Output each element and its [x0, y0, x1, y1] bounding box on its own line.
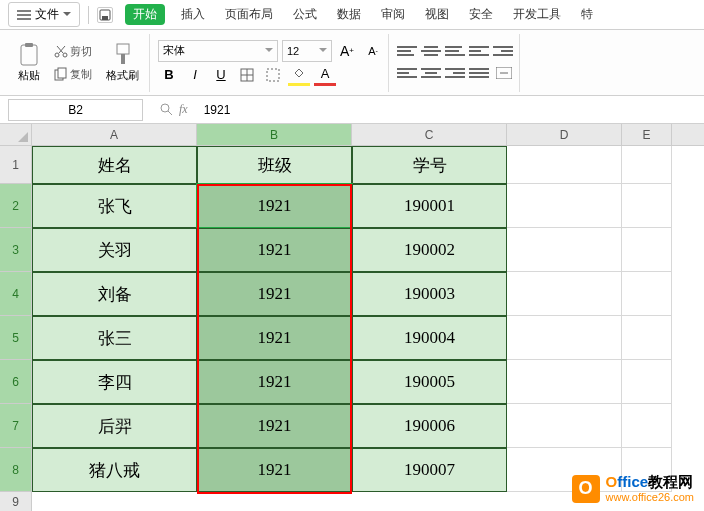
formula-value: 1921 — [204, 103, 231, 117]
cell-d2[interactable] — [507, 184, 622, 228]
col-header-d[interactable]: D — [507, 124, 622, 145]
copy-button[interactable]: 复制 — [50, 65, 96, 84]
search-icon[interactable] — [159, 102, 173, 117]
cell-b4[interactable]: 1921 — [197, 272, 352, 316]
cell-a5[interactable]: 张三 — [32, 316, 197, 360]
merge-button[interactable] — [493, 62, 515, 84]
col-header-e[interactable]: E — [622, 124, 672, 145]
decrease-font-button[interactable]: A- — [362, 40, 384, 62]
select-all-corner[interactable] — [0, 124, 32, 146]
row-header-9[interactable]: 9 — [0, 492, 32, 511]
align-top-button[interactable] — [397, 42, 417, 60]
row-header-6[interactable]: 6 — [0, 360, 32, 404]
font-name-select[interactable]: 宋体 — [158, 40, 278, 62]
increase-font-button[interactable]: A+ — [336, 40, 358, 62]
row-header-7[interactable]: 7 — [0, 404, 32, 448]
fx-label[interactable]: fx — [179, 102, 188, 117]
row-header-2[interactable]: 2 — [0, 184, 32, 228]
align-left-button[interactable] — [397, 64, 417, 82]
cell-e1[interactable] — [622, 146, 672, 184]
tab-devtools[interactable]: 开发工具 — [509, 4, 565, 25]
align-middle-button[interactable] — [421, 42, 441, 60]
cell-c6[interactable]: 190005 — [352, 360, 507, 404]
cell-e4[interactable] — [622, 272, 672, 316]
row-header-4[interactable]: 4 — [0, 272, 32, 316]
col-header-c[interactable]: C — [352, 124, 507, 145]
border-button[interactable] — [236, 64, 258, 86]
cell-e2[interactable] — [622, 184, 672, 228]
cell-e3[interactable] — [622, 228, 672, 272]
cell-c7[interactable]: 190006 — [352, 404, 507, 448]
tab-view[interactable]: 视图 — [421, 4, 453, 25]
cell-b6[interactable]: 1921 — [197, 360, 352, 404]
cell-b7[interactable]: 1921 — [197, 404, 352, 448]
row-header-1[interactable]: 1 — [0, 146, 32, 184]
cell-c1[interactable]: 学号 — [352, 146, 507, 184]
cell-a1[interactable]: 姓名 — [32, 146, 197, 184]
tab-review[interactable]: 审阅 — [377, 4, 409, 25]
tab-page-layout[interactable]: 页面布局 — [221, 4, 277, 25]
tab-security[interactable]: 安全 — [465, 4, 497, 25]
format-painter-button[interactable]: 格式刷 — [100, 40, 145, 85]
tab-data[interactable]: 数据 — [333, 4, 365, 25]
cell-e5[interactable] — [622, 316, 672, 360]
format-painter-label: 格式刷 — [106, 68, 139, 83]
font-size-select[interactable]: 12 — [282, 40, 332, 62]
tab-formula[interactable]: 公式 — [289, 4, 321, 25]
paste-button[interactable]: 粘贴 — [12, 40, 46, 85]
cell-b2[interactable]: 1921 — [197, 184, 352, 228]
cell-b3[interactable]: 1921 — [197, 228, 352, 272]
svg-point-4 — [55, 53, 59, 57]
save-icon[interactable] — [97, 7, 113, 23]
cut-button[interactable]: 剪切 — [50, 42, 96, 61]
row-header-3[interactable]: 3 — [0, 228, 32, 272]
cell-d3[interactable] — [507, 228, 622, 272]
cell-c4[interactable]: 190003 — [352, 272, 507, 316]
cut-label: 剪切 — [70, 44, 92, 59]
font-color-button[interactable]: A — [314, 64, 336, 86]
align-bottom-button[interactable] — [445, 42, 465, 60]
cell-c2[interactable]: 190001 — [352, 184, 507, 228]
cell-e7[interactable] — [622, 404, 672, 448]
tab-start[interactable]: 开始 — [125, 4, 165, 25]
align-justify-button[interactable] — [469, 64, 489, 82]
align-center-button[interactable] — [421, 64, 441, 82]
cell-a8[interactable]: 猪八戒 — [32, 448, 197, 492]
cell-c3[interactable]: 190002 — [352, 228, 507, 272]
cell-a3[interactable]: 关羽 — [32, 228, 197, 272]
indent-decrease-button[interactable] — [469, 42, 489, 60]
italic-button[interactable]: I — [184, 64, 206, 86]
underline-button[interactable]: U — [210, 64, 232, 86]
svg-rect-9 — [121, 54, 125, 64]
cell-c8[interactable]: 190007 — [352, 448, 507, 492]
cell-c5[interactable]: 190004 — [352, 316, 507, 360]
tab-special[interactable]: 特 — [577, 4, 597, 25]
cell-e6[interactable] — [622, 360, 672, 404]
cell-d1[interactable] — [507, 146, 622, 184]
formula-input[interactable]: 1921 — [196, 103, 704, 117]
cell-d4[interactable] — [507, 272, 622, 316]
cell-b5[interactable]: 1921 — [197, 316, 352, 360]
cell-a6[interactable]: 李四 — [32, 360, 197, 404]
tab-insert[interactable]: 插入 — [177, 4, 209, 25]
row-header-8[interactable]: 8 — [0, 448, 32, 492]
cell-a4[interactable]: 刘备 — [32, 272, 197, 316]
indent-increase-button[interactable] — [493, 42, 513, 60]
col-header-a[interactable]: A — [32, 124, 197, 145]
align-right-button[interactable] — [445, 64, 465, 82]
cell-d7[interactable] — [507, 404, 622, 448]
cell-d6[interactable] — [507, 360, 622, 404]
cell-b1[interactable]: 班级 — [197, 146, 352, 184]
hamburger-menu[interactable]: 文件 — [8, 2, 80, 27]
cell-b8[interactable]: 1921 — [197, 448, 352, 492]
spreadsheet-grid[interactable]: A B C D E 1 2 3 4 5 6 7 8 9 姓名 班级 学号 张飞 … — [0, 124, 704, 492]
cell-name-box[interactable]: B2 — [8, 99, 143, 121]
row-header-5[interactable]: 5 — [0, 316, 32, 360]
col-header-b[interactable]: B — [197, 124, 352, 145]
bold-button[interactable]: B — [158, 64, 180, 86]
fill-color-button[interactable] — [288, 64, 310, 86]
cell-a2[interactable]: 张飞 — [32, 184, 197, 228]
cell-d5[interactable] — [507, 316, 622, 360]
border-style-button[interactable] — [262, 64, 284, 86]
cell-a7[interactable]: 后羿 — [32, 404, 197, 448]
